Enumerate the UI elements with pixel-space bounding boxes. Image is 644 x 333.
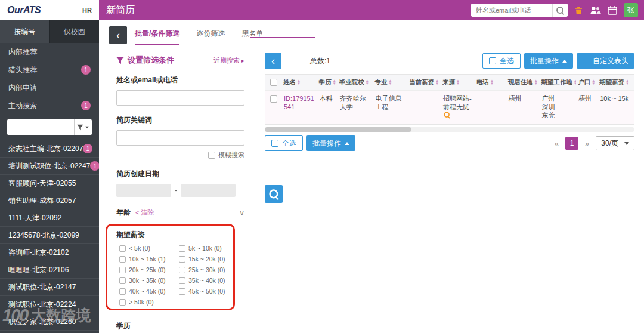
position-item[interactable]: 12345678-北京-02099 (0, 227, 99, 244)
column-header[interactable]: 学历 (317, 78, 338, 87)
scrollbar-thumb[interactable] (265, 127, 411, 132)
column-header[interactable]: 电话 (475, 78, 506, 87)
sort-icon[interactable] (435, 79, 439, 85)
position-item[interactable]: 杂志社主编-北京-022071 (0, 140, 99, 158)
batch-actions-button-bottom[interactable]: 批量操作 (306, 135, 355, 151)
tab-one-by-one[interactable]: 逐份筛选 (196, 29, 225, 45)
sort-icon[interactable] (333, 79, 336, 85)
search-icon[interactable] (552, 4, 568, 17)
checkbox[interactable] (119, 267, 126, 273)
apply-search-button[interactable] (265, 185, 283, 203)
checkbox[interactable] (179, 278, 185, 284)
column-header[interactable]: 毕业院校 (338, 78, 373, 87)
salary-option[interactable]: < 5k (0) (119, 245, 179, 252)
sidebar-tab-campus-only[interactable]: 仅校园 (49, 20, 100, 43)
date-to-field[interactable] (181, 184, 236, 197)
keyword-field[interactable] (116, 130, 244, 146)
row-checkbox[interactable] (270, 95, 277, 103)
position-item[interactable]: 1111-天津-02092 (0, 209, 99, 227)
position-item[interactable]: 客服顾问-天津-02055 (0, 175, 99, 192)
checkbox[interactable] (119, 278, 126, 284)
salary-option[interactable]: 30k ~ 35k (0) (119, 277, 179, 284)
position-filter-button[interactable] (74, 119, 92, 135)
checkbox[interactable] (179, 245, 185, 252)
checkbox[interactable] (119, 256, 126, 263)
column-header[interactable]: 期望薪资 (597, 78, 634, 87)
position-item[interactable]: 哩哩哩-北京-02106 (0, 261, 99, 279)
fuzzy-checkbox[interactable] (208, 152, 215, 159)
position-item[interactable]: 测试职位-北京-02224 (0, 296, 99, 313)
name-field[interactable] (116, 90, 244, 106)
sidebar-item-headhunter-referral[interactable]: 猎头推荐1 (0, 61, 99, 79)
select-all-button-bottom[interactable]: 全选 (265, 135, 303, 151)
per-page-select[interactable]: 30/页 (596, 136, 634, 150)
current-page[interactable]: 1 (565, 137, 578, 150)
source-search-icon[interactable] (444, 112, 450, 118)
custom-columns-button[interactable]: 自定义表头 (577, 53, 634, 69)
checkbox[interactable] (179, 288, 185, 295)
header-checkbox[interactable] (270, 79, 277, 86)
position-item[interactable]: 培训测试职位-北京-022471 (0, 158, 99, 175)
prev-page-button[interactable]: « (553, 139, 561, 148)
sidebar-item-internal-referral[interactable]: 内部推荐 (0, 43, 99, 61)
recent-search-link[interactable]: 近期搜索 (213, 56, 244, 65)
collapse-chevron-icon[interactable] (239, 209, 244, 217)
results-back-button[interactable] (265, 53, 281, 69)
calendar-icon[interactable] (608, 5, 617, 15)
checkbox[interactable] (119, 245, 126, 252)
table-row[interactable]: ID:179151541 本科 齐齐哈尔大学 电子信息工程 招聘网站-前程无忧 … (265, 90, 634, 124)
sort-icon[interactable] (626, 79, 629, 85)
contacts-icon[interactable] (590, 5, 601, 15)
column-header[interactable]: 当前薪资 (407, 78, 441, 87)
tab-batch-filter[interactable]: 批量/条件筛选 (135, 29, 179, 45)
sidebar-item-internal-apply[interactable]: 内部申请 (0, 79, 99, 97)
salary-option[interactable]: 45k ~ 50k (0) (179, 288, 239, 295)
position-item[interactable]: 销售助理-成都-02057 (0, 192, 99, 209)
select-all-checkbox[interactable] (271, 140, 278, 147)
global-search-input[interactable] (471, 4, 552, 17)
sort-icon[interactable] (490, 79, 494, 85)
salary-option[interactable]: 15k ~ 20k (0) (179, 255, 239, 263)
checkbox[interactable] (179, 267, 185, 273)
fuzzy-search-option[interactable]: 模糊搜索 (116, 150, 244, 159)
age-clear-link[interactable]: < 清除 (135, 208, 154, 217)
avatar[interactable]: 张 (624, 3, 638, 17)
date-from-field[interactable] (116, 184, 171, 197)
column-header[interactable]: 户口 (576, 78, 597, 87)
candidate-id-link[interactable]: ID:179151541 (284, 95, 314, 110)
sort-icon[interactable] (388, 79, 392, 85)
column-header[interactable]: 姓名 (281, 78, 317, 87)
column-header[interactable]: 来源 (441, 78, 475, 87)
trash-icon[interactable] (574, 6, 583, 15)
salary-option[interactable]: > 50k (0) (119, 298, 179, 306)
salary-option[interactable]: 20k ~ 25k (0) (119, 266, 179, 273)
sort-icon[interactable] (456, 79, 460, 85)
salary-option[interactable]: 35k ~ 40k (0) (179, 277, 239, 284)
sidebar-item-active-search[interactable]: 主动搜索1 (0, 97, 99, 115)
checkbox[interactable] (179, 256, 185, 263)
position-item[interactable]: 测试职位-北京-02147 (0, 279, 99, 296)
horizontal-scrollbar[interactable] (265, 127, 634, 132)
sort-icon[interactable] (297, 79, 301, 85)
next-page-button[interactable]: » (583, 139, 591, 148)
column-header[interactable]: 专业 (373, 78, 407, 87)
salary-option[interactable]: 25k ~ 30k (0) (179, 266, 239, 273)
sort-icon[interactable] (366, 79, 369, 85)
batch-actions-button[interactable]: 批量操作 (524, 53, 573, 69)
position-search-input[interactable] (7, 119, 74, 135)
select-all-button[interactable]: 全选 (482, 53, 521, 69)
position-item[interactable]: 咨询师-北京-02102 (0, 244, 99, 261)
column-header[interactable]: 现居住地 (506, 78, 540, 87)
checkbox[interactable] (119, 299, 126, 306)
salary-option[interactable]: 40k ~ 45k (0) (119, 288, 179, 295)
sort-icon[interactable] (592, 79, 595, 85)
salary-option[interactable]: 5k ~ 10k (0) (179, 245, 239, 252)
column-header[interactable]: 期望工作地 (540, 78, 577, 87)
position-item[interactable]: 职位之家-北京-02260 (0, 313, 99, 331)
back-button[interactable] (109, 26, 127, 44)
salary-option[interactable]: 10k ~ 15k (1) (119, 255, 179, 263)
select-all-checkbox[interactable] (489, 57, 496, 64)
sort-icon[interactable] (534, 79, 538, 85)
checkbox[interactable] (119, 288, 126, 295)
sidebar-tab-by-number[interactable]: 按编号 (0, 20, 49, 43)
